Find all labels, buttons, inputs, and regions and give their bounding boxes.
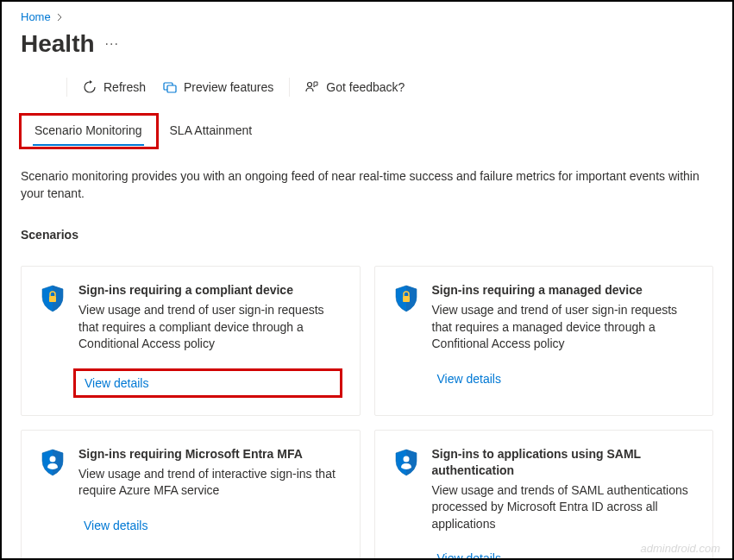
page-title: Health — [21, 30, 95, 58]
card-description: View usage and trend of user sign-in req… — [78, 302, 342, 353]
card-description: View usage and trends of SAML authentica… — [432, 482, 696, 533]
scenario-card-compliant-device: Sign-ins requiring a compliant device Vi… — [21, 266, 361, 416]
svg-rect-4 — [403, 296, 410, 302]
svg-rect-3 — [49, 296, 56, 302]
page-description: Scenario monitoring provides you with an… — [21, 168, 713, 202]
svg-rect-1 — [167, 85, 176, 92]
card-title: Sign-ins requiring Microsoft Entra MFA — [78, 446, 342, 462]
toolbar: Refresh Preview features Got feedback? — [21, 77, 713, 98]
toolbar-divider — [289, 78, 290, 97]
refresh-label: Refresh — [104, 80, 146, 94]
card-description: View usage and trend of user sign-in req… — [432, 302, 696, 353]
scenario-card-entra-mfa: Sign-ins requiring Microsoft Entra MFA V… — [21, 430, 361, 560]
feedback-label: Got feedback? — [326, 80, 405, 94]
card-description: View usage and trend of interactive sign… — [78, 466, 342, 500]
page-header: Health ··· — [21, 30, 713, 58]
preview-label: Preview features — [184, 80, 273, 94]
svg-point-6 — [403, 456, 409, 462]
tabs: Scenario Monitoring SLA Attainment — [21, 115, 713, 146]
tab-sla-attainment[interactable]: SLA Attainment — [156, 115, 267, 146]
shield-lock-icon — [392, 284, 420, 315]
more-actions-icon[interactable]: ··· — [105, 36, 119, 52]
scenario-card-saml-auth: Sign-ins to applications using SAML auth… — [374, 430, 714, 560]
tab-scenario-monitoring[interactable]: Scenario Monitoring — [21, 115, 156, 146]
feedback-button[interactable]: Got feedback? — [297, 77, 413, 98]
breadcrumb-home-link[interactable]: Home — [21, 10, 51, 23]
view-details-link[interactable]: View details — [73, 368, 342, 398]
svg-point-5 — [50, 456, 56, 462]
view-details-link[interactable]: View details — [78, 515, 342, 536]
svg-point-2 — [308, 83, 312, 87]
card-title: Sign-ins to applications using SAML auth… — [432, 446, 696, 479]
shield-lock-icon — [39, 284, 66, 315]
breadcrumb: Home — [21, 10, 713, 23]
scenario-card-managed-device: Sign-ins requiring a managed device View… — [374, 266, 714, 416]
watermark-text: admindroid.com — [641, 542, 721, 555]
card-title: Sign-ins requiring a compliant device — [78, 282, 342, 299]
refresh-button[interactable]: Refresh — [74, 77, 154, 98]
toolbar-divider — [66, 78, 67, 97]
shield-user-icon — [39, 448, 66, 479]
chevron-right-icon — [56, 12, 63, 22]
card-title: Sign-ins requiring a managed device — [432, 282, 696, 299]
scenarios-heading: Scenarios — [21, 228, 713, 242]
cards-grid: Sign-ins requiring a compliant device Vi… — [21, 266, 713, 560]
feedback-person-icon — [305, 80, 319, 94]
view-details-link[interactable]: View details — [432, 368, 696, 389]
preview-icon — [163, 80, 177, 94]
refresh-icon — [83, 80, 97, 94]
shield-user-icon — [392, 448, 420, 479]
preview-features-button[interactable]: Preview features — [154, 77, 282, 98]
